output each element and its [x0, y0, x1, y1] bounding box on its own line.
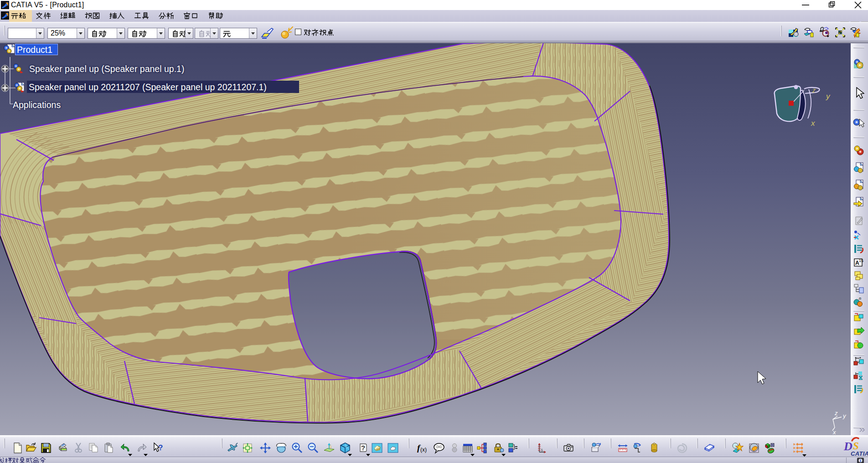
svg-text:(x): (x)	[420, 447, 427, 453]
svg-text:x: x	[811, 119, 815, 128]
svg-text:y: y	[826, 92, 831, 101]
svg-text:y: y	[842, 412, 847, 419]
svg-text:CATIA: CATIA	[851, 450, 868, 457]
svg-text:i: i	[860, 458, 861, 463]
svg-text:x: x	[832, 429, 836, 435]
svg-text:?: ?	[158, 443, 163, 452]
svg-text:z: z	[812, 87, 816, 94]
svg-text:?: ?	[361, 444, 365, 452]
svg-text:15: 15	[859, 258, 863, 263]
svg-text:z: z	[834, 410, 838, 417]
svg-text:}: }	[513, 443, 515, 450]
svg-text:n: n	[859, 296, 861, 301]
